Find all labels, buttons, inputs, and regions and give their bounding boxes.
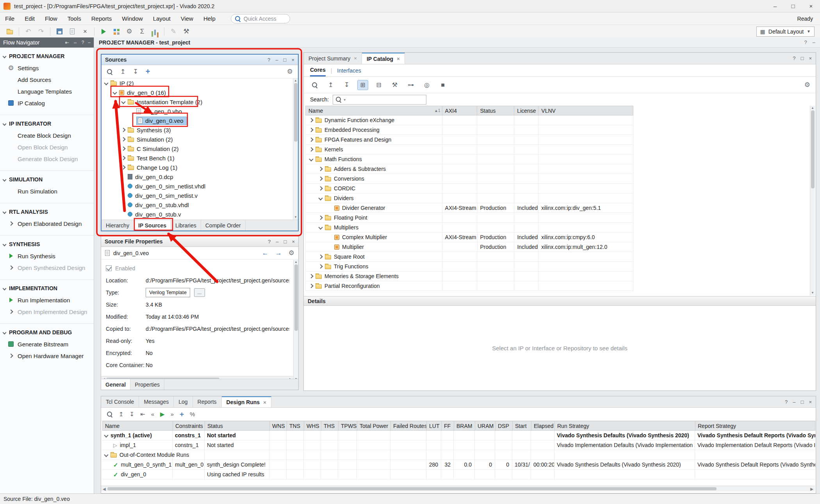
quick-access-search[interactable]: Quick Access (231, 14, 290, 23)
sidebar-item-generate-block-design[interactable]: Generate Block Design (0, 153, 94, 165)
search-input[interactable]: ▾ (333, 95, 426, 105)
wrench-icon[interactable]: ⚒ (389, 80, 400, 90)
type-dropdown[interactable]: Verilog Template (146, 288, 190, 297)
float-panel-icon[interactable]: □ (283, 57, 287, 63)
tab-ip-sources[interactable]: IP Sources (134, 220, 171, 231)
column-status[interactable]: Status (205, 421, 270, 430)
minimize-button[interactable]: – (766, 0, 784, 12)
tree-item-simulation[interactable]: Simulation (2) (102, 135, 293, 144)
scrollbar-thumb[interactable] (107, 487, 717, 490)
help-icon[interactable]: ? (785, 399, 788, 405)
catalog-row-multipliers[interactable]: Multipliers (305, 223, 633, 232)
chevron-down-icon[interactable] (104, 433, 108, 437)
close-panel-icon[interactable]: × (809, 55, 812, 61)
chart-icon[interactable] (149, 26, 161, 37)
sidebar-item-run-simulation[interactable]: Run Simulation (0, 185, 94, 197)
minimize-panel-icon[interactable]: – (793, 399, 795, 405)
tab-log[interactable]: Log (174, 396, 193, 407)
column-constraints[interactable]: Constraints (173, 421, 205, 430)
chevron-down-icon[interactable] (112, 90, 117, 94)
sidebar-item-add-sources[interactable]: Add Sources (0, 74, 94, 85)
minimize-panel-icon[interactable]: – (275, 57, 278, 63)
properties-panel-header[interactable]: Source File Properties ?–□× (101, 236, 298, 247)
chevron-right-icon[interactable] (318, 254, 323, 259)
tree-item-div-gen-0-veo[interactable]: div_gen_0.veo (102, 116, 293, 125)
column-elapsed[interactable]: Elapsed (531, 421, 555, 430)
vertical-scrollbar[interactable]: ▲▼ (810, 106, 815, 295)
gear-icon[interactable]: ⚙ (804, 82, 810, 88)
expand-all-icon[interactable]: ↧ (130, 411, 135, 418)
menu-file[interactable]: File (0, 12, 20, 25)
close-icon[interactable]: × (354, 55, 357, 61)
tab-general[interactable]: General (101, 379, 130, 390)
menu-layout[interactable]: Layout (148, 12, 176, 25)
catalog-row[interactable]: Embedded Processing (305, 125, 633, 135)
tree-item-stub-vhdl[interactable]: div_gen_0_stub.vhdl (102, 200, 293, 209)
chevron-down-icon[interactable] (318, 196, 323, 200)
redo-icon[interactable]: ↷ (35, 26, 47, 37)
column-run-strategy[interactable]: Run Strategy (555, 421, 695, 430)
catalog-row[interactable]: Adders & Subtracters (305, 164, 633, 174)
debug-icon[interactable]: ⚒ (180, 26, 192, 37)
gear-icon[interactable]: ⚙ (123, 26, 135, 37)
sum-icon[interactable]: Σ (136, 26, 148, 37)
target-icon[interactable]: ◎ (421, 80, 432, 90)
column-license[interactable]: License (514, 106, 538, 115)
chevron-right-icon[interactable] (309, 284, 313, 288)
collapse-all-icon[interactable]: ↥ (119, 411, 124, 418)
step-back-icon[interactable]: ⇤ (140, 411, 145, 418)
horizontal-scrollbar[interactable]: ◀▶ (101, 486, 815, 492)
sidebar-item-run-implementation[interactable]: Run Implementation (0, 294, 94, 306)
rewind-icon[interactable]: « (151, 411, 154, 417)
sidebar-item-run-synthesis[interactable]: Run Synthesis (0, 250, 94, 262)
edit-icon[interactable]: ✎ (168, 26, 179, 37)
menu-flow[interactable]: Flow (40, 12, 62, 25)
sidebar-item-open-synthesized-design[interactable]: Open Synthesized Design (0, 262, 94, 273)
collapse-icon[interactable]: – (813, 39, 815, 45)
forward-icon[interactable]: → (275, 249, 282, 257)
tree-item-div-gen-0-vho[interactable]: div_gen_0.vho (102, 106, 293, 116)
chevron-right-icon[interactable] (121, 128, 125, 132)
blocks-icon[interactable] (111, 26, 122, 37)
collapse-all-icon[interactable]: ↥ (325, 80, 336, 90)
fast-forward-icon[interactable]: » (171, 411, 174, 417)
column-ths[interactable]: THS (321, 421, 339, 430)
add-sources-icon[interactable]: + (146, 67, 150, 76)
close-icon[interactable]: × (263, 399, 266, 405)
group-by-category-icon[interactable]: ⊞ (357, 80, 368, 90)
undo-icon[interactable]: ↶ (22, 26, 34, 37)
tab-interfaces[interactable]: Interfaces (337, 64, 361, 76)
column-wns[interactable]: WNS (270, 421, 287, 430)
link-icon[interactable]: ⊶ (405, 80, 416, 90)
column-total-power[interactable]: Total Power (357, 421, 391, 430)
float-panel-icon[interactable]: □ (801, 55, 804, 61)
help-icon[interactable]: ? (267, 57, 270, 63)
tree-item-instantiation-template[interactable]: Instantiation Template (2) (102, 97, 293, 106)
close-button[interactable]: × (802, 0, 820, 12)
save-icon[interactable] (53, 26, 65, 37)
tree-item-synthesis[interactable]: Synthesis (3) (102, 125, 293, 135)
sidebar-item-open-implemented-design[interactable]: Open Implemented Design (0, 306, 94, 318)
catalog-row-complex-multiplier[interactable]: Complex MultiplierAXI4-StreamProductionI… (305, 232, 633, 242)
scrollbar-thumb[interactable] (294, 83, 298, 142)
catalog-row-dividers[interactable]: Dividers (305, 193, 633, 203)
enabled-checkbox[interactable] (106, 265, 112, 271)
chevron-right-icon[interactable] (309, 147, 313, 151)
maximize-button[interactable]: □ (784, 0, 802, 12)
help-icon[interactable]: ? (268, 239, 271, 245)
back-icon[interactable]: ← (262, 249, 269, 257)
column-ff[interactable]: FF (442, 421, 454, 430)
search-icon[interactable] (309, 80, 320, 90)
tab-design-runs[interactable]: Design Runs× (222, 396, 271, 407)
catalog-row-math-functions[interactable]: Math Functions (305, 154, 633, 164)
sources-panel-header[interactable]: Sources ?–□× (102, 55, 298, 65)
menu-view[interactable]: View (176, 12, 198, 25)
column-report-strategy[interactable]: Report Strategy (695, 421, 815, 430)
tab-hierarchy[interactable]: Hierarchy (102, 220, 134, 231)
chevron-down-icon[interactable] (309, 157, 313, 161)
column-whs[interactable]: WHS (304, 421, 321, 430)
tree-item-c-simulation[interactable]: C Simulation (2) (102, 144, 293, 153)
run-row-impl-1[interactable]: ▷impl_1 constrs_1 Not started Vivado Imp… (102, 440, 815, 450)
column-name[interactable]: Name (103, 421, 173, 430)
column-tns[interactable]: TNS (287, 421, 304, 430)
